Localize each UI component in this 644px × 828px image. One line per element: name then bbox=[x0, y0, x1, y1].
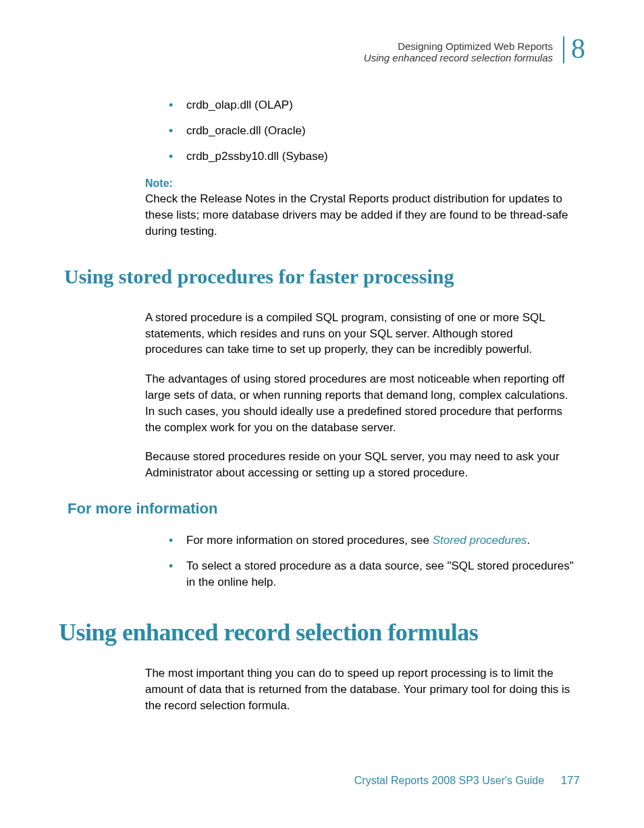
heading-enhanced-record-selection: Using enhanced record selection formulas bbox=[59, 618, 580, 646]
list-item: crdb_p2ssby10.dll (Sybase) bbox=[169, 148, 580, 165]
list-item: crdb_oracle.dll (Oracle) bbox=[169, 123, 580, 139]
paragraph: The most important thing you can do to s… bbox=[145, 665, 573, 713]
list-item: To select a stored procedure as a data s… bbox=[169, 558, 580, 590]
heading-stored-procedures: Using stored procedures for faster proce… bbox=[64, 265, 580, 288]
bullet-text-prefix: For more information on stored procedure… bbox=[186, 534, 433, 547]
footer-guide-title: Crystal Reports 2008 SP3 User's Guide bbox=[354, 775, 544, 786]
list-item: For more information on stored procedure… bbox=[169, 532, 580, 549]
paragraph: A stored procedure is a compiled SQL pro… bbox=[145, 310, 573, 358]
bullet-text-suffix: . bbox=[527, 534, 531, 547]
chapter-number: 8 bbox=[571, 32, 585, 65]
chapter-divider bbox=[563, 36, 564, 63]
page-footer: Crystal Reports 2008 SP3 User's Guide 17… bbox=[354, 774, 580, 788]
page-header: Designing Optimized Web Reports Using en… bbox=[64, 40, 580, 63]
stored-procedures-link[interactable]: Stored procedures bbox=[433, 534, 527, 547]
paragraph: Because stored procedures reside on your… bbox=[145, 449, 573, 481]
more-info-list: For more information on stored procedure… bbox=[169, 532, 580, 590]
note-label: Note: bbox=[145, 177, 580, 190]
page-number: 177 bbox=[561, 774, 580, 787]
note-text: Check the Release Notes in the Crystal R… bbox=[145, 191, 573, 239]
dll-list: crdb_olap.dll (OLAP) crdb_oracle.dll (Or… bbox=[169, 97, 580, 164]
paragraph: The advantages of using stored procedure… bbox=[145, 371, 573, 435]
heading-more-information: For more information bbox=[68, 500, 580, 518]
list-item: crdb_olap.dll (OLAP) bbox=[169, 97, 580, 113]
header-section-title: Using enhanced record selection formulas bbox=[64, 52, 553, 63]
header-chapter-title: Designing Optimized Web Reports bbox=[64, 40, 553, 52]
